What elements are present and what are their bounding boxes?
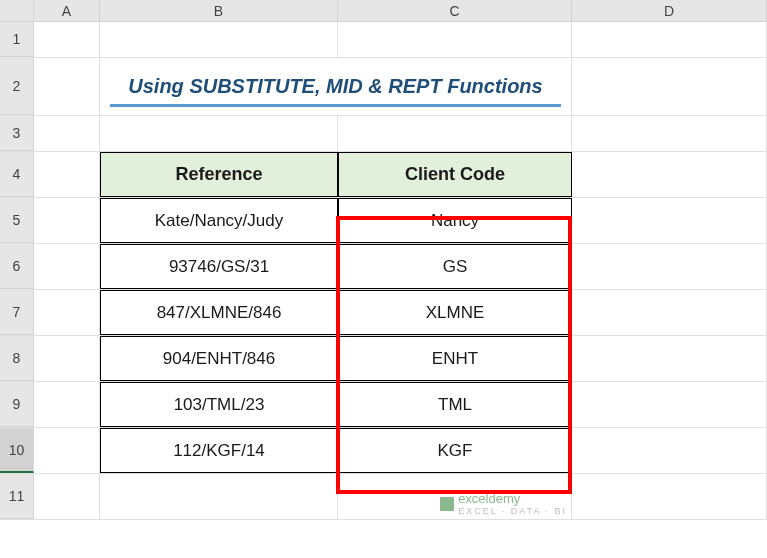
cell-D8[interactable] — [572, 336, 767, 381]
watermark: exceldemy EXCEL · DATA · BI — [440, 491, 567, 516]
cell-B3[interactable] — [100, 116, 338, 151]
cell-code-2[interactable]: XLMNE — [338, 290, 572, 335]
cell-code-0[interactable]: Nancy — [338, 198, 572, 243]
cell-A1[interactable] — [34, 22, 100, 57]
cell-D1[interactable] — [572, 22, 767, 57]
cell-B11[interactable] — [100, 474, 338, 519]
cell-A3[interactable] — [34, 116, 100, 151]
header-client-code[interactable]: Client Code — [338, 152, 572, 197]
watermark-brand: exceldemy — [458, 491, 567, 506]
cell-D4[interactable] — [572, 152, 767, 197]
row-header-10[interactable]: 10 — [0, 428, 34, 473]
column-headers: A B C D — [0, 0, 767, 22]
header-reference[interactable]: Reference — [100, 152, 338, 197]
cell-code-1[interactable]: GS — [338, 244, 572, 289]
cell-A9[interactable] — [34, 382, 100, 427]
cell-B1[interactable] — [100, 22, 338, 57]
watermark-sub: EXCEL · DATA · BI — [458, 506, 567, 516]
cell-A8[interactable] — [34, 336, 100, 381]
cell-A5[interactable] — [34, 198, 100, 243]
cell-D11[interactable] — [572, 474, 767, 519]
cell-A10[interactable] — [34, 428, 100, 473]
col-header-D[interactable]: D — [572, 0, 767, 21]
title-underline — [110, 104, 561, 107]
cell-ref-1[interactable]: 93746/GS/31 — [100, 244, 338, 289]
cell-A7[interactable] — [34, 290, 100, 335]
cell-ref-3[interactable]: 904/ENHT/846 — [100, 336, 338, 381]
cell-C1[interactable] — [338, 22, 572, 57]
cell-A4[interactable] — [34, 152, 100, 197]
row-header-9[interactable]: 9 — [0, 382, 34, 427]
cell-C3[interactable] — [338, 116, 572, 151]
select-all-corner[interactable] — [0, 0, 34, 21]
cell-D7[interactable] — [572, 290, 767, 335]
row-header-4[interactable]: 4 — [0, 152, 34, 197]
cell-D2[interactable] — [572, 58, 767, 115]
row-header-7[interactable]: 7 — [0, 290, 34, 335]
cell-code-3[interactable]: ENHT — [338, 336, 572, 381]
cell-ref-5[interactable]: 112/KGF/14 — [100, 428, 338, 473]
row-header-6[interactable]: 6 — [0, 244, 34, 289]
cell-ref-4[interactable]: 103/TML/23 — [100, 382, 338, 427]
cell-code-5[interactable]: KGF — [338, 428, 572, 473]
cell-A6[interactable] — [34, 244, 100, 289]
col-header-B[interactable]: B — [100, 0, 338, 21]
row-header-3[interactable]: 3 — [0, 116, 34, 151]
row-header-5[interactable]: 5 — [0, 198, 34, 243]
title-cell[interactable]: Using SUBSTITUTE, MID & REPT Functions — [100, 58, 572, 115]
cell-ref-2[interactable]: 847/XLMNE/846 — [100, 290, 338, 335]
cell-D5[interactable] — [572, 198, 767, 243]
cell-A2[interactable] — [34, 58, 100, 115]
cell-D9[interactable] — [572, 382, 767, 427]
cell-D10[interactable] — [572, 428, 767, 473]
watermark-icon — [440, 497, 454, 511]
cell-ref-0[interactable]: Kate/Nancy/Judy — [100, 198, 338, 243]
cell-D3[interactable] — [572, 116, 767, 151]
row-header-11[interactable]: 11 — [0, 474, 34, 519]
col-header-A[interactable]: A — [34, 0, 100, 21]
cell-code-4[interactable]: TML — [338, 382, 572, 427]
cell-A11[interactable] — [34, 474, 100, 519]
row-header-8[interactable]: 8 — [0, 336, 34, 381]
cell-D6[interactable] — [572, 244, 767, 289]
row-header-1[interactable]: 1 — [0, 22, 34, 57]
col-header-C[interactable]: C — [338, 0, 572, 21]
title-text: Using SUBSTITUTE, MID & REPT Functions — [128, 75, 542, 98]
row-header-2[interactable]: 2 — [0, 58, 34, 115]
